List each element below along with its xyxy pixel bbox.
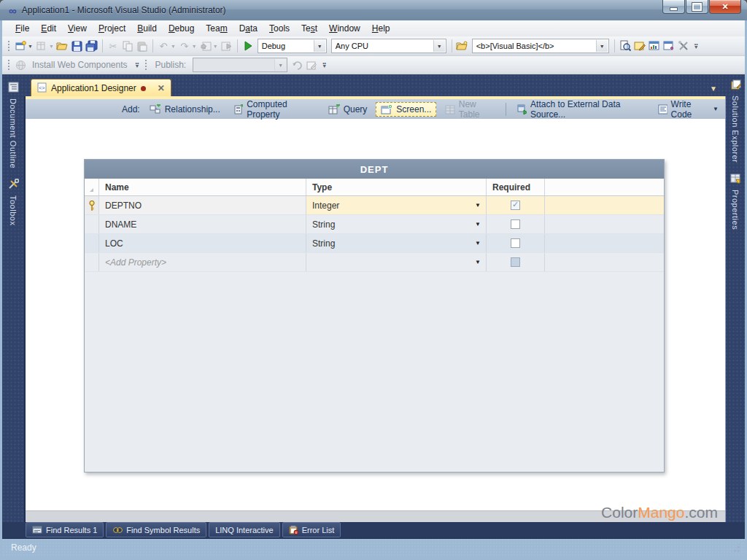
find-combo[interactable]: <b>[Visual Basic]</b> ▼ — [472, 39, 609, 53]
tab-document-outline[interactable]: Document Outline — [2, 82, 24, 168]
property-type-dropdown[interactable]: ▼ — [306, 253, 487, 271]
document-list-icon[interactable]: ▼ — [710, 85, 717, 93]
tab-toolbox[interactable]: Toolbox — [2, 179, 24, 225]
tab-find-symbol-results[interactable]: Find Symbol Results — [106, 522, 206, 537]
menu-debug[interactable]: Debug — [163, 21, 200, 36]
menu-build[interactable]: Build — [131, 21, 163, 36]
column-header-required[interactable]: Required — [487, 179, 545, 195]
data-window-icon[interactable] — [647, 39, 662, 53]
column-header-name[interactable]: Name — [99, 179, 306, 195]
cut-icon[interactable]: ✂ — [106, 39, 120, 53]
menu-window[interactable]: Window — [323, 21, 366, 36]
new-table-button[interactable]: New Table — [441, 98, 499, 121]
required-cell[interactable] — [487, 215, 545, 233]
attach-external-data-button[interactable]: Attach to External Data Source... — [512, 98, 650, 121]
toolbar-grip[interactable] — [7, 40, 11, 52]
property-type-dropdown[interactable]: Integer ▼ — [306, 196, 487, 214]
add-property-cell[interactable]: <Add Property> — [99, 253, 306, 271]
add-computed-property-button[interactable]: Computed Property — [229, 98, 320, 121]
install-web-components-button[interactable]: Install Web Components — [32, 60, 128, 70]
menu-help[interactable]: Help — [366, 21, 396, 36]
options-icon[interactable] — [676, 39, 691, 53]
dropdown-caret-icon[interactable]: ▼ — [713, 106, 719, 112]
find-in-files-icon[interactable] — [618, 39, 632, 53]
row-gutter[interactable] — [85, 196, 99, 214]
publish-settings-icon[interactable] — [304, 58, 319, 72]
property-name-cell[interactable]: DEPTNO — [99, 196, 306, 214]
install-web-components-icon[interactable] — [13, 58, 28, 72]
property-type-dropdown[interactable]: String ▼ — [306, 234, 487, 252]
tab-linq-interactive[interactable]: LINQ Interactive — [209, 522, 279, 537]
write-code-button[interactable]: Write Code ▼ — [654, 98, 723, 121]
required-cell[interactable] — [487, 234, 545, 252]
title-bar[interactable]: ∞ Application1 - Microsoft Visual Studio… — [0, 0, 747, 20]
dropdown-caret-icon[interactable]: ▼ — [49, 44, 54, 49]
row-gutter[interactable] — [85, 215, 99, 233]
open-file-icon[interactable] — [55, 39, 70, 53]
property-name-cell[interactable]: LOC — [99, 234, 306, 252]
paste-icon[interactable] — [135, 39, 150, 53]
redo-icon[interactable]: ↷ — [177, 39, 192, 53]
tab-error-list[interactable]: x Error List — [282, 522, 341, 537]
required-checkbox[interactable] — [511, 219, 520, 229]
task-note-icon[interactable] — [632, 39, 647, 53]
dropdown-caret-icon[interactable]: ▼ — [213, 44, 218, 49]
document-tab[interactable]: <> Application1 Designer ✕ — [31, 79, 171, 97]
browse-folder-icon[interactable] — [455, 39, 470, 53]
dropdown-arrow-icon[interactable]: ▼ — [475, 259, 481, 265]
tab-solution-explorer[interactable]: Solution Explorer — [726, 79, 745, 163]
property-type-dropdown[interactable]: String ▼ — [306, 215, 487, 233]
required-checkbox[interactable] — [511, 201, 520, 210]
close-button[interactable]: ✕ — [709, 0, 741, 14]
add-item-icon[interactable] — [34, 39, 49, 53]
undo-icon[interactable]: ↶ — [156, 39, 171, 53]
column-header-type[interactable]: Type — [306, 179, 487, 195]
restore-button[interactable] — [686, 0, 708, 14]
table-row[interactable]: DNAME String ▼ — [85, 215, 664, 234]
minimize-button[interactable] — [662, 0, 685, 14]
navigate-forward-icon[interactable] — [220, 39, 234, 53]
publish-combo[interactable]: ▼ — [193, 58, 287, 72]
required-checkbox[interactable] — [511, 238, 520, 248]
add-screen-button[interactable]: Screen... — [376, 102, 436, 117]
dropdown-caret-icon[interactable]: ▼ — [171, 44, 176, 49]
add-relationship-button[interactable]: Relationship... — [145, 103, 225, 116]
dropdown-caret-icon[interactable]: ▼ — [192, 44, 197, 49]
resize-grip[interactable] — [730, 542, 740, 553]
save-icon[interactable] — [70, 39, 85, 53]
property-name-cell[interactable]: DNAME — [99, 215, 306, 233]
save-all-icon[interactable] — [85, 39, 99, 53]
solution-configurations-combo[interactable]: Debug ▼ — [258, 39, 327, 53]
menu-team[interactable]: Team — [200, 21, 233, 36]
toolbar-overflow-icon[interactable]: ••▼ — [322, 62, 327, 68]
menu-view[interactable]: View — [62, 21, 93, 36]
toolbar-overflow-icon[interactable]: ••▼ — [135, 62, 140, 68]
solution-platforms-combo[interactable]: Any CPU ▼ — [331, 39, 446, 53]
toolbar-grip[interactable] — [144, 59, 148, 71]
combo-arrow-icon[interactable]: ▼ — [433, 40, 445, 52]
table-row[interactable]: DEPTNO Integer ▼ — [85, 196, 664, 215]
entity-title[interactable]: DEPT — [85, 160, 664, 179]
table-row[interactable]: LOC String ▼ — [85, 234, 664, 253]
menu-edit[interactable]: Edit — [35, 21, 62, 36]
dropdown-arrow-icon[interactable]: ▼ — [475, 221, 481, 228]
tab-properties[interactable]: Properties — [726, 173, 745, 230]
menu-tools[interactable]: Tools — [263, 21, 295, 36]
required-cell[interactable] — [487, 196, 545, 214]
toolbar-overflow-icon[interactable]: ••▼ — [694, 43, 699, 49]
combo-arrow-icon[interactable]: ▼ — [596, 40, 608, 52]
combo-arrow-icon[interactable]: ▼ — [274, 59, 286, 71]
tab-find-results-1[interactable]: Find Results 1 — [26, 522, 104, 537]
new-project-icon[interactable] — [13, 39, 28, 53]
navigate-backward-icon[interactable] — [198, 39, 213, 53]
menu-data[interactable]: Data — [233, 21, 263, 36]
new-window-icon[interactable] — [662, 39, 676, 53]
publish-refresh-icon[interactable] — [290, 58, 304, 72]
dropdown-arrow-icon[interactable]: ▼ — [475, 240, 481, 246]
dropdown-arrow-icon[interactable]: ▼ — [475, 202, 481, 209]
menu-file[interactable]: File — [9, 21, 35, 36]
combo-arrow-icon[interactable]: ▼ — [314, 40, 325, 52]
toolbar-grip[interactable] — [7, 59, 11, 71]
dropdown-caret-icon[interactable]: ▼ — [28, 44, 33, 49]
add-query-button[interactable]: Query — [324, 103, 372, 116]
